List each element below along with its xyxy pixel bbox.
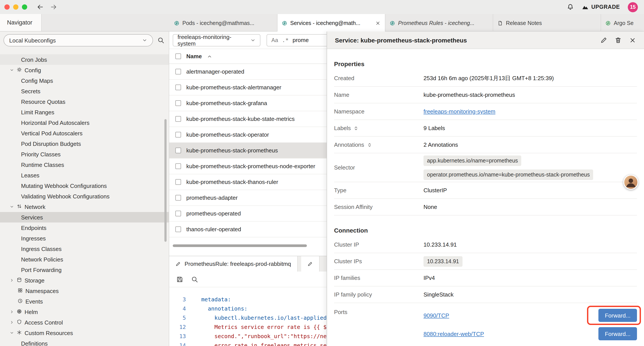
sidebar-item-definitions[interactable]: Definitions — [0, 338, 169, 346]
sidebar-item-network[interactable]: Network — [0, 201, 169, 212]
kubeconfig-selector[interactable]: Local Kubeconfigs — [4, 34, 153, 46]
detail-row-ip-family-policy: IP family policySingleStack — [334, 287, 637, 303]
detail-label: Cluster IP — [334, 241, 424, 248]
sidebar-item-network-policies[interactable]: Network Policies — [0, 254, 169, 265]
sidebar-item-label: Port Forwarding — [21, 267, 62, 273]
sidebar-item-custom-resources[interactable]: Custom Resources — [0, 328, 169, 338]
forward-button[interactable]: Forward... — [598, 309, 637, 322]
code-text: annotations: — [192, 304, 248, 313]
sidebar-item-validating-webhook-configurations[interactable]: Validating Webhook Configurations — [0, 191, 169, 201]
sidebar-item-label: Config — [24, 67, 41, 73]
editor-search-icon[interactable] — [191, 276, 198, 283]
sort-ascending-icon[interactable] — [207, 54, 212, 59]
panel-title: Service: kube-prometheus-stack-prometheu… — [335, 36, 593, 43]
tab-3[interactable]: Release Notes — [493, 14, 601, 32]
match-case-toggle[interactable]: Aa — [271, 37, 278, 43]
namespace-filter-select[interactable]: freeleaps-monitoring-system — [173, 34, 260, 46]
tab-4[interactable]: Argo Se — [601, 14, 644, 32]
selector-badge: app.kubernetes.io/name=prometheus — [424, 155, 522, 166]
maximize-window-button[interactable] — [22, 4, 27, 10]
row-checkbox[interactable] — [175, 195, 181, 201]
sidebar-item-port-forwarding[interactable]: Port Forwarding — [0, 265, 169, 275]
sidebar-item-mutating-webhook-configurations[interactable]: Mutating Webhook Configurations — [0, 180, 169, 191]
sidebar-item-config[interactable]: Config — [0, 65, 169, 75]
expander-icon[interactable] — [367, 142, 372, 147]
person-icon — [624, 176, 638, 189]
tab-1[interactable]: Services - icecheng@math... — [278, 14, 385, 32]
sidebar-item-ingresses[interactable]: Ingresses — [0, 233, 169, 244]
sidebar-item-label: Ingress Classes — [21, 246, 62, 252]
forward-button[interactable]: Forward... — [598, 327, 637, 340]
row-checkbox[interactable] — [175, 132, 181, 137]
sidebar-item-cron-jobs[interactable]: Cron Jobs — [0, 54, 169, 65]
sidebar-item-leases[interactable]: Leases — [0, 170, 169, 180]
dock-tab-partial[interactable] — [301, 256, 320, 272]
dock-tab-prometheusrule[interactable]: PrometheusRule: freeleaps-prod-rabbitmq — [169, 256, 298, 272]
tab-0[interactable]: Pods - icecheng@mathmas... — [170, 14, 278, 32]
sidebar-item-services[interactable]: Services — [0, 212, 169, 223]
shield-icon — [17, 319, 22, 324]
tab-close-icon[interactable] — [375, 20, 380, 26]
row-checkbox[interactable] — [175, 179, 181, 185]
detail-label: Labels — [334, 125, 424, 131]
sidebar-item-config-maps[interactable]: Config Maps — [0, 75, 169, 86]
user-avatar[interactable] — [624, 175, 638, 190]
upgrade-button[interactable]: UPGRADE — [582, 3, 620, 10]
pencil-icon — [307, 261, 312, 267]
sidebar-item-secrets[interactable]: Secrets — [0, 86, 169, 96]
port-link[interactable]: 8080:reloader-web/TCP — [424, 331, 484, 337]
notification-count-badge[interactable]: 15 — [628, 2, 638, 12]
horizontal-scrollbar[interactable] — [173, 244, 307, 247]
save-icon[interactable] — [176, 276, 183, 283]
sidebar-item-pod-disruption-budgets[interactable]: Pod Disruption Budgets — [0, 138, 169, 149]
row-checkbox[interactable] — [175, 116, 181, 122]
row-checkbox[interactable] — [175, 84, 181, 90]
minimize-window-button[interactable] — [13, 4, 18, 10]
tab-2[interactable]: Prometheus Rules - icecheng... — [385, 14, 493, 32]
sidebar-item-runtime-classes[interactable]: Runtime Classes — [0, 159, 169, 170]
port-link[interactable]: 9090/TCP — [424, 312, 449, 319]
close-window-button[interactable] — [4, 4, 10, 10]
sidebar-search-icon[interactable] — [158, 37, 164, 44]
select-all-checkbox[interactable] — [175, 53, 181, 59]
name-column-header[interactable]: Name — [186, 53, 202, 59]
sidebar-item-namespaces[interactable]: Namespaces — [0, 286, 169, 296]
row-checkbox[interactable] — [175, 211, 181, 216]
sidebar-scrollbar[interactable] — [164, 119, 166, 242]
close-icon[interactable] — [629, 36, 636, 43]
line-number: 12 — [169, 322, 192, 332]
tab-label: Services - icecheng@math... — [290, 20, 360, 26]
row-checkbox[interactable] — [175, 100, 181, 106]
chevron-down-icon — [10, 331, 14, 335]
sidebar-item-events[interactable]: Events — [0, 296, 169, 307]
navigator-tree: Cron JobsConfigConfig MapsSecretsResourc… — [0, 54, 169, 346]
forward-button[interactable] — [50, 3, 57, 10]
navigator-header: Navigator — [0, 14, 42, 31]
sidebar-item-horizontal-pod-autoscalers[interactable]: Horizontal Pod Autoscalers — [0, 117, 169, 128]
edit-icon[interactable] — [600, 36, 607, 43]
namespace-link[interactable]: freeleaps-monitoring-system — [424, 108, 496, 115]
chevron-right-icon — [10, 278, 14, 283]
sidebar-item-label: Vertical Pod Autoscalers — [21, 130, 82, 136]
code-text: error rate in freeleaps metrics ser — [192, 341, 330, 346]
row-checkbox[interactable] — [175, 226, 181, 232]
sidebar-item-storage[interactable]: Storage — [0, 275, 169, 286]
sidebar-item-access-control[interactable]: Access Control — [0, 317, 169, 328]
delete-icon[interactable] — [615, 36, 622, 43]
sidebar-item-helm[interactable]: Helm — [0, 307, 169, 317]
sidebar-item-label: Validating Webhook Configurations — [21, 193, 110, 200]
sidebar-item-vertical-pod-autoscalers[interactable]: Vertical Pod Autoscalers — [0, 128, 169, 138]
sidebar-item-ingress-classes[interactable]: Ingress Classes — [0, 244, 169, 254]
back-button[interactable] — [37, 3, 44, 10]
row-checkbox[interactable] — [175, 69, 181, 74]
regex-toggle[interactable]: .* — [282, 37, 289, 43]
sidebar-item-resource-quotas[interactable]: Resource Quotas — [0, 96, 169, 107]
notifications-bell-icon[interactable] — [566, 3, 574, 10]
row-checkbox[interactable] — [175, 148, 181, 153]
sidebar-item-endpoints[interactable]: Endpoints — [0, 223, 169, 233]
expander-icon[interactable] — [354, 125, 359, 131]
sidebar-item-limit-ranges[interactable]: Limit Ranges — [0, 107, 169, 117]
service-name: kube-prometheus-stack-operator — [186, 131, 269, 138]
row-checkbox[interactable] — [175, 163, 181, 169]
sidebar-item-priority-classes[interactable]: Priority Classes — [0, 149, 169, 159]
